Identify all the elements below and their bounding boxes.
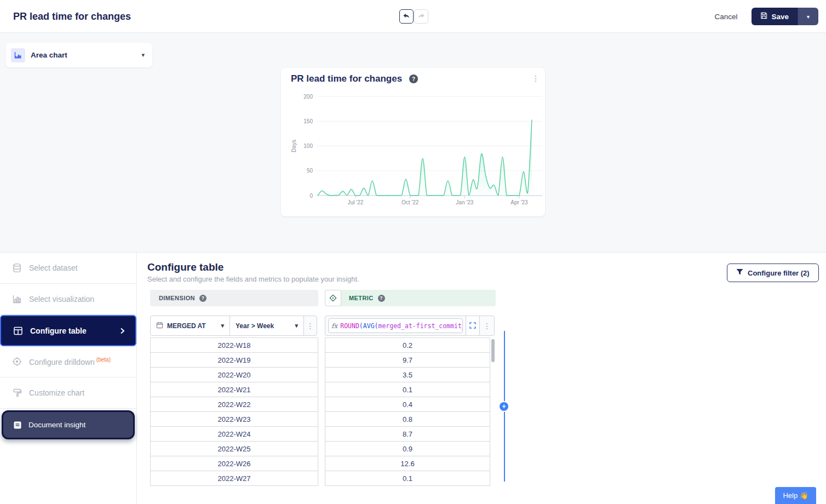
chevron-down-icon: ▾ [141, 52, 145, 58]
metric-table-header: fx ROUND ( AVG ( merged_at-first_commit_… [325, 316, 495, 336]
chart-kebab-menu-icon[interactable]: ⋮ [532, 75, 540, 82]
save-icon [760, 12, 767, 21]
sidebar-item-configure-table[interactable]: Configure table [0, 315, 136, 346]
dimension-kebab-menu[interactable]: ⋮ [303, 316, 317, 336]
sidebar-item-configure-drilldown[interactable]: Configure drilldown(beta) [0, 346, 136, 377]
redo-button[interactable] [414, 9, 428, 24]
kebab-icon: ⋮ [307, 322, 314, 330]
area-chart-plot: 050100150200DaysJul '22Oct '22Jan '23Apr… [281, 89, 545, 216]
sidebar-item-label: Select dataset [29, 264, 78, 272]
calendar-icon [156, 322, 163, 330]
sidebar: Select dataset Select visualization Conf… [0, 253, 137, 504]
table-row-week[interactable]: 2022-W20 [150, 367, 318, 382]
table-row-week[interactable]: 2022-W19 [150, 352, 318, 368]
svg-text:50: 50 [307, 168, 313, 174]
sidebar-item-label: Customize chart [29, 388, 84, 397]
table-row-value[interactable]: 8.7 [325, 426, 490, 442]
drilldown-target-icon [12, 357, 22, 366]
undo-icon [403, 12, 410, 21]
undo-redo-group [399, 9, 428, 24]
topbar: PR lead time for changes Cancel [0, 0, 826, 33]
sidebar-item-customize-chart[interactable]: Customize chart [0, 377, 136, 409]
app-root: PR lead time for changes Cancel [0, 0, 826, 504]
bar-chart-icon [12, 294, 22, 304]
beta-badge: (beta) [96, 357, 111, 363]
dimension-granularity-dropdown[interactable]: Year > Week ▾ [230, 316, 304, 336]
document-icon [13, 421, 22, 429]
chart-type-label: Area chart [31, 51, 67, 59]
chart-title: PR lead time for changes [291, 73, 402, 84]
metric-help-icon[interactable]: ? [378, 295, 385, 302]
table-row-value[interactable]: 0.8 [325, 411, 490, 427]
configure-filter-button[interactable]: Configure filter (2) [727, 264, 819, 282]
dimension-help-icon[interactable]: ? [199, 295, 206, 302]
table-icon [13, 326, 23, 336]
metric-formula-cell: fx ROUND ( AVG ( merged_at-first_commit_… [325, 316, 466, 336]
table-row-value[interactable]: 0.4 [325, 397, 490, 412]
svg-text:Days: Days [291, 140, 297, 152]
svg-text:100: 100 [303, 143, 313, 149]
dimension-table-header: MERGED AT ▾ Year > Week ▾ ⋮ [150, 316, 317, 336]
save-dropdown-button[interactable]: ▾ [798, 8, 818, 25]
save-button[interactable]: Save [752, 8, 798, 25]
undo-button[interactable] [399, 9, 414, 24]
metric-kebab-menu[interactable]: ⋮ [479, 316, 495, 336]
table-row-week[interactable]: 2022-W26 [150, 456, 318, 471]
metric-diamond-icon [325, 290, 341, 306]
metric-rows: 0.29.73.50.10.40.88.70.912.60.1 [325, 337, 490, 486]
table-row-week[interactable]: 2022-W25 [150, 441, 318, 456]
table-row-week[interactable]: 2022-W22 [150, 397, 318, 412]
table-row-value[interactable]: 3.5 [325, 367, 490, 382]
cancel-button[interactable]: Cancel [714, 13, 737, 21]
function-icon: fx [331, 322, 337, 330]
save-split-button: Save ▾ [752, 8, 818, 25]
table-row-week[interactable]: 2022-W27 [150, 471, 318, 486]
panel-title: Configure table [147, 261, 223, 273]
sidebar-item-select-visualization[interactable]: Select visualization [0, 284, 136, 315]
add-column-button[interactable]: + [500, 402, 508, 411]
table-row-value[interactable]: 0.2 [325, 337, 490, 353]
configure-workspace: Select dataset Select visualization Conf… [0, 252, 826, 504]
dimension-field-dropdown[interactable]: MERGED AT ▾ [150, 316, 230, 336]
chart-type-selector[interactable]: Area chart ▾ [5, 43, 152, 67]
table-row-value[interactable]: 0.9 [325, 441, 490, 456]
page-title: PR lead time for changes [13, 10, 131, 22]
database-icon [12, 263, 22, 273]
area-chart-icon [11, 48, 25, 62]
expand-formula-button[interactable] [466, 316, 480, 336]
table-row-week[interactable]: 2022-W21 [150, 382, 318, 397]
sidebar-item-label: Configure drilldown(beta) [29, 357, 111, 366]
table-row-week[interactable]: 2022-W24 [150, 426, 318, 442]
chart-help-icon[interactable]: ? [409, 75, 418, 83]
svg-text:Jul '22: Jul '22 [348, 199, 364, 205]
dimension-rows: 2022-W182022-W192022-W202022-W212022-W22… [150, 337, 318, 486]
table-row-week[interactable]: 2022-W18 [150, 337, 318, 353]
svg-text:0: 0 [309, 193, 313, 199]
kebab-icon: ⋮ [483, 322, 491, 330]
expand-icon [469, 321, 476, 331]
sidebar-item-label: Document insight [28, 421, 85, 429]
chart-card-header: PR lead time for changes ? [291, 73, 418, 84]
topbar-actions: Cancel Save ▾ [714, 8, 818, 25]
preview-canvas: Area chart ▾ PR lead time for changes ? … [0, 33, 826, 252]
panel-subtitle: Select and configure the fields and metr… [147, 275, 359, 283]
table-row-week[interactable]: 2022-W23 [150, 411, 318, 427]
sidebar-item-select-dataset[interactable]: Select dataset [0, 253, 136, 284]
redo-icon [417, 12, 425, 21]
help-button[interactable]: Help 👋 [775, 487, 816, 504]
dimension-column-header: DIMENSION ? [150, 290, 318, 306]
chevron-down-icon: ▾ [295, 323, 298, 329]
svg-text:Jan '23: Jan '23 [456, 199, 473, 205]
table-row-value[interactable]: 9.7 [325, 352, 490, 368]
configure-table-panel: Configure table Select and configure the… [137, 253, 826, 504]
table-row-value[interactable]: 0.1 [325, 382, 490, 397]
sidebar-item-label: Select visualization [29, 295, 94, 303]
metric-scrollbar-thumb[interactable] [491, 339, 495, 362]
table-row-value[interactable]: 0.1 [325, 471, 490, 486]
svg-text:Oct '22: Oct '22 [401, 199, 419, 205]
metric-formula-input[interactable]: fx ROUND ( AVG ( merged_at-first_commit_… [328, 318, 463, 333]
chevron-down-icon: ▾ [221, 323, 224, 329]
svg-text:200: 200 [303, 94, 313, 100]
table-row-value[interactable]: 12.6 [325, 456, 490, 471]
sidebar-item-document-insight[interactable]: Document insight [2, 410, 135, 439]
